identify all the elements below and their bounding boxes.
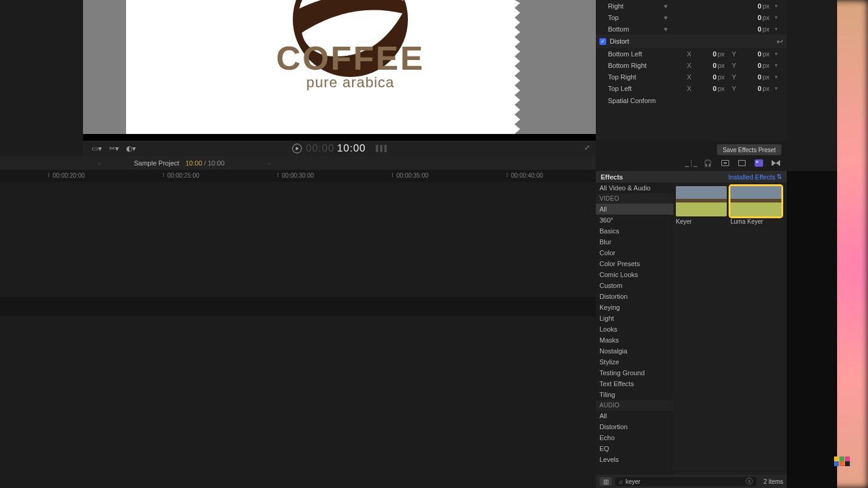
distort-bottom-right-row[interactable]: Bottom RightX0pxY0px▾ xyxy=(596,59,787,71)
project-name[interactable]: Sample Project xyxy=(134,159,179,167)
effects-grid[interactable]: KeyerLuma Keyer xyxy=(673,182,787,475)
effects-category-all[interactable]: All xyxy=(596,204,673,215)
effects-category-levels[interactable]: Levels xyxy=(596,454,673,465)
effects-category-masks[interactable]: Masks xyxy=(596,335,673,346)
inspector-panel: Right♥0px▾Top♥0px▾Bottom♥0px▾ ✓ Distort … xyxy=(596,0,787,141)
snapping-icon[interactable] xyxy=(737,159,747,167)
chapter-markers-icon[interactable] xyxy=(376,145,387,152)
effects-category-distortion[interactable]: Distortion xyxy=(596,291,673,302)
ruler-tick: 00:00:40:00 xyxy=(507,172,543,179)
transitions-browser-icon[interactable] xyxy=(771,159,781,167)
project-total-time: 10:00 xyxy=(208,159,225,167)
crop-right-row[interactable]: Right♥0px▾ xyxy=(596,0,787,12)
y-value[interactable]: 0 xyxy=(738,50,761,58)
distort-reset-icon[interactable]: ↩ xyxy=(776,37,783,46)
keyframe-icon[interactable]: ♥ xyxy=(664,2,672,10)
solo-icon[interactable] xyxy=(720,159,730,167)
effect-thumbnail xyxy=(676,186,727,216)
fullscreen-icon[interactable]: ⤢ xyxy=(584,144,590,152)
effects-category-stylize[interactable]: Stylize xyxy=(596,356,673,367)
effects-category-testing-ground[interactable]: Testing Ground xyxy=(596,367,673,378)
effects-category-text-effects[interactable]: Text Effects xyxy=(596,378,673,389)
param-value[interactable]: 0 xyxy=(738,25,761,33)
skimming-icon[interactable]: ⎯╎⎯ xyxy=(686,159,696,167)
param-menu-icon[interactable]: ▾ xyxy=(775,50,783,57)
effects-category-all-video-audio[interactable]: All Video & Audio xyxy=(596,182,673,193)
effects-category-keying[interactable]: Keying xyxy=(596,302,673,313)
timecode-value[interactable]: 10:00 xyxy=(337,142,366,155)
distort-bottom-left-row[interactable]: Bottom LeftX0pxY0px▾ xyxy=(596,48,787,59)
next-edit-icon[interactable]: › xyxy=(261,159,278,167)
x-value[interactable]: 0 xyxy=(693,62,716,69)
effects-category-nostalgia[interactable]: Nostalgia xyxy=(596,346,673,356)
x-unit: px xyxy=(716,50,730,58)
effects-category-comic-looks[interactable]: Comic Looks xyxy=(596,269,673,280)
distort-section-header[interactable]: ✓ Distort ↩ xyxy=(596,35,787,48)
keyframe-icon[interactable]: ♥ xyxy=(664,25,672,33)
x-value[interactable]: 0 xyxy=(693,50,716,58)
distort-checkbox[interactable]: ✓ xyxy=(599,38,606,45)
distort-top-left-row[interactable]: Top LeftX0pxY0px▾ xyxy=(596,82,787,94)
distort-top-right-row[interactable]: Top RightX0pxY0px▾ xyxy=(596,71,787,82)
effects-category-video: VIDEO xyxy=(596,193,673,204)
param-menu-icon[interactable]: ▾ xyxy=(775,73,783,80)
effect-name: Keyer xyxy=(676,218,727,225)
effects-category-all[interactable]: All xyxy=(596,410,673,421)
spatial-conform-row[interactable]: Spatial Conform xyxy=(596,94,787,107)
effects-search-input[interactable]: ⌕ keyer ⓧ xyxy=(615,477,756,486)
param-value[interactable]: 0 xyxy=(738,2,761,10)
crop-top-row[interactable]: Top♥0px▾ xyxy=(596,12,787,23)
effects-category-tiling[interactable]: Tiling xyxy=(596,389,673,400)
effects-category-light[interactable]: Light xyxy=(596,313,673,324)
param-value[interactable]: 0 xyxy=(738,14,761,21)
prev-edit-icon[interactable]: ‹ xyxy=(91,159,108,167)
crop-bottom-row[interactable]: Bottom♥0px▾ xyxy=(596,23,787,35)
param-menu-icon[interactable]: ▾ xyxy=(775,62,783,69)
library-toggle-icon[interactable]: ▥ xyxy=(599,477,612,486)
project-info-strip: ‹ Sample Project 10:00 / 10:00 › xyxy=(0,156,596,170)
effects-category-basics[interactable]: Basics xyxy=(596,226,673,236)
effects-category-color[interactable]: Color xyxy=(596,247,673,258)
param-menu-icon[interactable]: ▾ xyxy=(775,14,783,21)
param-menu-icon[interactable]: ▾ xyxy=(775,25,783,32)
y-value[interactable]: 0 xyxy=(738,85,761,92)
param-unit: px xyxy=(761,14,775,21)
clear-search-icon[interactable]: ⓧ xyxy=(746,476,753,487)
effects-title: Effects xyxy=(601,173,623,181)
x-value[interactable]: 0 xyxy=(693,73,716,81)
effects-browser-icon[interactable] xyxy=(754,159,764,167)
audio-skimming-icon[interactable]: 🎧 xyxy=(703,159,713,167)
timeline-area[interactable] xyxy=(0,182,596,488)
viewer[interactable]: COFFEE pure arabica xyxy=(83,0,596,141)
timeline-ruler[interactable]: 00:00:20:0000:00:25:0000:00:30:0000:00:3… xyxy=(0,170,596,182)
effects-category-360-[interactable]: 360° xyxy=(596,215,673,226)
play-button[interactable] xyxy=(292,144,302,153)
param-label: Bottom Left xyxy=(608,50,664,58)
param-menu-icon[interactable]: ▾ xyxy=(775,2,783,9)
installed-effects-dropdown[interactable]: Installed Effects ⇅ xyxy=(729,173,782,181)
x-value[interactable]: 0 xyxy=(693,85,716,92)
dock-app-icon[interactable] xyxy=(834,456,850,466)
effect-item-keyer[interactable]: Keyer xyxy=(676,186,727,225)
search-text: keyer xyxy=(626,478,640,485)
effects-category-distortion[interactable]: Distortion xyxy=(596,421,673,432)
viewer-controls-bar: ▭▾ ✂▾ ◐▾ 00:00 10:00 ⤢ xyxy=(83,141,596,156)
timecode-ghost: 00:00 xyxy=(305,142,335,155)
y-unit: px xyxy=(761,62,775,69)
effects-category-eq[interactable]: EQ xyxy=(596,443,673,454)
y-value[interactable]: 0 xyxy=(738,62,761,69)
effects-category-list[interactable]: All Video & AudioVIDEOAll360°BasicsBlurC… xyxy=(596,182,673,475)
effects-category-blur[interactable]: Blur xyxy=(596,236,673,247)
param-menu-icon[interactable]: ▾ xyxy=(775,85,783,92)
effects-category-custom[interactable]: Custom xyxy=(596,280,673,291)
effects-category-color-presets[interactable]: Color Presets xyxy=(596,258,673,269)
save-effects-preset-button[interactable]: Save Effects Preset xyxy=(717,144,781,155)
ruler-tick: 00:00:35:00 xyxy=(392,172,429,179)
x-label: X xyxy=(685,73,693,81)
keyframe-icon[interactable]: ♥ xyxy=(664,14,672,21)
y-value[interactable]: 0 xyxy=(738,73,761,81)
effects-category-echo[interactable]: Echo xyxy=(596,432,673,443)
effects-category-looks[interactable]: Looks xyxy=(596,324,673,335)
param-label: Top xyxy=(608,14,664,21)
effect-item-luma-keyer[interactable]: Luma Keyer xyxy=(730,186,781,225)
